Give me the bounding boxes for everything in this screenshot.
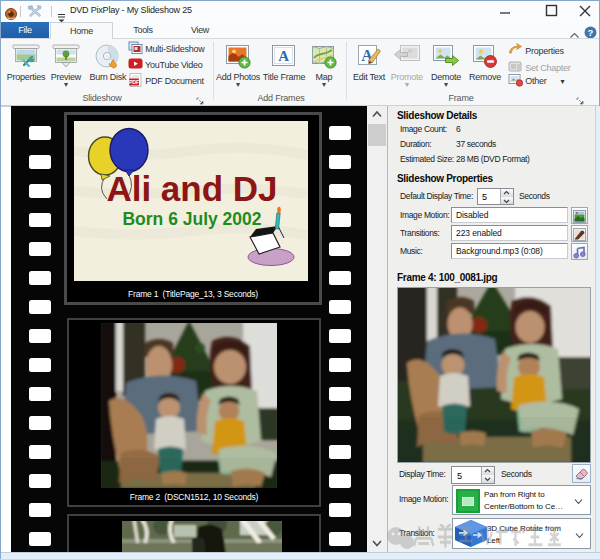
svg-text:?: ? [588, 27, 594, 38]
svg-text:PDF: PDF [129, 79, 140, 85]
svg-text:A: A [278, 48, 289, 64]
svg-text:Ali and DJ: Ali and DJ [106, 169, 277, 208]
svg-text:Born 6 July 2002: Born 6 July 2002 [122, 209, 261, 229]
